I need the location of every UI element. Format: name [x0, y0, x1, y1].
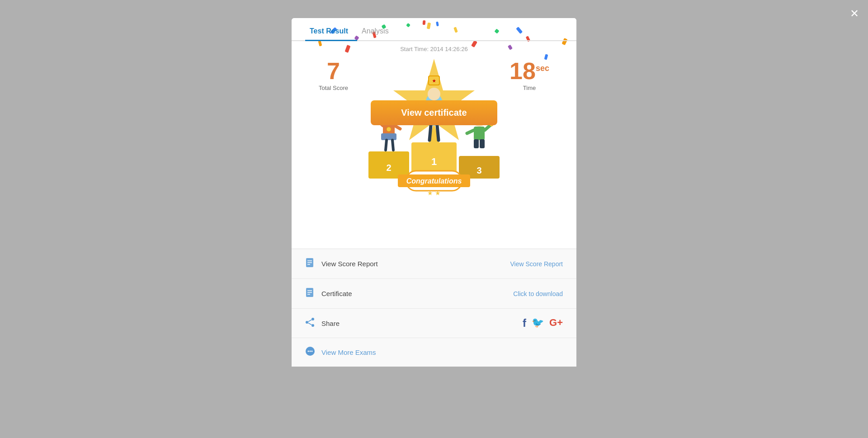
view-certificate-button[interactable]: View certificate — [371, 100, 497, 125]
svg-text:1: 1 — [431, 156, 437, 167]
svg-line-33 — [429, 126, 431, 140]
close-button[interactable]: ✕ — [850, 8, 859, 19]
svg-point-67 — [311, 318, 314, 320]
certificate-label: Certificate — [321, 290, 352, 297]
svg-point-75 — [311, 351, 313, 352]
svg-rect-39 — [381, 133, 396, 140]
list-item-share: Share f 🐦 G+ — [292, 309, 576, 338]
score-label: Total Score — [319, 85, 348, 91]
svg-point-73 — [308, 351, 309, 352]
score-time-row: 7 Total Score 18sec Time — [292, 59, 576, 91]
svg-text:2: 2 — [386, 163, 391, 173]
svg-point-44 — [387, 127, 391, 132]
svg-line-34 — [437, 126, 439, 140]
tab-analysis[interactable]: Analysis — [357, 23, 398, 41]
svg-line-43 — [392, 140, 393, 150]
start-time-label: Start Time: — [400, 46, 429, 52]
tab-test-result[interactable]: Test Result — [305, 23, 357, 41]
list-left-score-report: View Score Report — [305, 257, 378, 270]
list-item-view-score-report: View Score Report View Score Report — [292, 249, 576, 279]
time-label: Time — [509, 85, 549, 91]
list-item-view-more-exams[interactable]: View More Exams — [292, 338, 576, 367]
svg-rect-51 — [474, 139, 479, 148]
svg-text:Congratulations: Congratulations — [406, 177, 462, 185]
svg-rect-52 — [480, 139, 485, 148]
score-value: 7 — [319, 59, 348, 83]
svg-line-48 — [467, 130, 474, 133]
time-value: 18sec — [509, 59, 549, 83]
score-report-label: View Score Report — [321, 260, 378, 268]
more-exams-icon — [305, 346, 315, 358]
modal-bottom-section: View Score Report View Score Report Cert… — [292, 249, 576, 367]
certificate-action[interactable]: Click to download — [513, 290, 563, 297]
twitter-icon[interactable]: 🐦 — [532, 317, 544, 330]
modal-container: Test Result Analysis Start Time: 2014 14… — [292, 18, 576, 367]
time-unit: sec — [536, 64, 549, 73]
score-block: 7 Total Score — [319, 59, 348, 91]
google-plus-icon[interactable]: G+ — [549, 317, 563, 330]
svg-rect-47 — [474, 127, 485, 140]
start-time-row: Start Time: 2014 14:26:26 — [292, 46, 576, 52]
certificate-icon — [305, 287, 315, 300]
share-icon — [305, 317, 315, 330]
svg-line-41 — [395, 126, 400, 129]
score-report-icon — [305, 257, 315, 270]
score-report-action[interactable]: View Score Report — [510, 260, 563, 268]
start-time-value: 2014 14:26:26 — [430, 46, 468, 52]
time-block: 18sec Time — [509, 59, 549, 91]
list-item-certificate: Certificate Click to download — [292, 279, 576, 309]
view-more-label[interactable]: View More Exams — [321, 349, 376, 356]
modal-top-section: Test Result Analysis Start Time: 2014 14… — [292, 18, 576, 249]
svg-point-69 — [311, 324, 314, 327]
social-share-icons: f 🐦 G+ — [523, 317, 563, 330]
list-left-certificate: Certificate — [305, 287, 352, 300]
share-label: Share — [321, 320, 340, 327]
svg-point-68 — [306, 321, 308, 324]
list-left-more-exams: View More Exams — [305, 346, 376, 358]
svg-line-42 — [386, 140, 387, 150]
svg-text:★ ★: ★ ★ — [427, 189, 441, 197]
facebook-icon[interactable]: f — [523, 317, 526, 330]
svg-point-74 — [310, 351, 311, 352]
svg-line-71 — [308, 323, 311, 325]
list-left-share: Share — [305, 317, 340, 330]
svg-text:3: 3 — [476, 165, 481, 175]
tab-bar: Test Result Analysis — [292, 23, 576, 41]
svg-line-70 — [308, 320, 311, 321]
